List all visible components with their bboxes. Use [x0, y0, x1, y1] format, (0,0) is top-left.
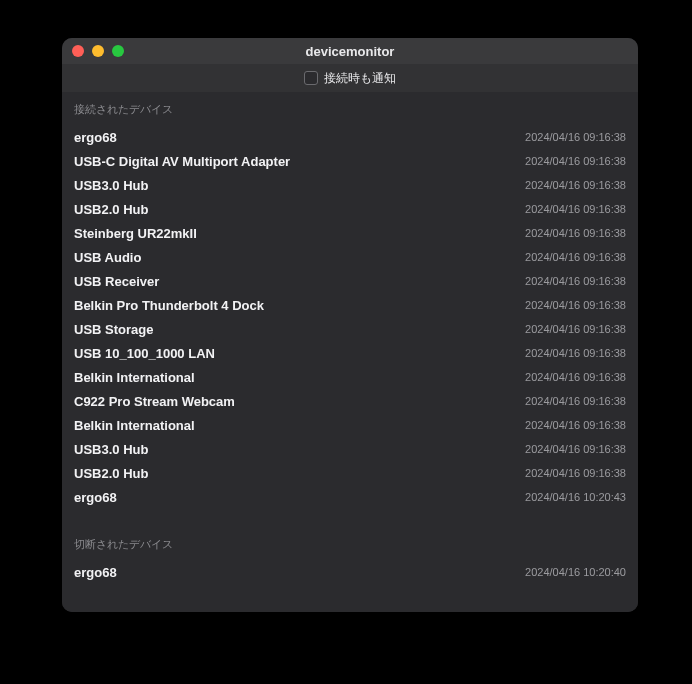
device-row[interactable]: USB2.0 Hub2024/04/16 09:16:38	[62, 197, 638, 221]
device-timestamp: 2024/04/16 09:16:38	[525, 395, 626, 407]
device-row[interactable]: C922 Pro Stream Webcam2024/04/16 09:16:3…	[62, 389, 638, 413]
disconnected-list: ergo682024/04/16 10:20:40	[62, 560, 638, 584]
device-timestamp: 2024/04/16 09:16:38	[525, 467, 626, 479]
device-row[interactable]: USB Receiver2024/04/16 09:16:38	[62, 269, 638, 293]
device-timestamp: 2024/04/16 09:16:38	[525, 227, 626, 239]
notify-on-connect-label: 接続時も通知	[324, 70, 396, 87]
device-timestamp: 2024/04/16 09:16:38	[525, 179, 626, 191]
device-name: USB 10_100_1000 LAN	[74, 346, 223, 361]
device-name: USB2.0 Hub	[74, 466, 156, 481]
device-timestamp: 2024/04/16 10:20:40	[525, 566, 626, 578]
device-timestamp: 2024/04/16 09:16:38	[525, 323, 626, 335]
device-row[interactable]: USB2.0 Hub2024/04/16 09:16:38	[62, 461, 638, 485]
device-timestamp: 2024/04/16 09:16:38	[525, 131, 626, 143]
device-row[interactable]: Belkin International2024/04/16 09:16:38	[62, 413, 638, 437]
device-name: USB-C Digital AV Multiport Adapter	[74, 154, 298, 169]
device-name: USB3.0 Hub	[74, 442, 156, 457]
zoom-button[interactable]	[112, 45, 124, 57]
section-spacer	[62, 509, 638, 527]
device-name: USB3.0 Hub	[74, 178, 156, 193]
close-button[interactable]	[72, 45, 84, 57]
connected-section-header: 接続されたデバイス	[62, 92, 638, 125]
device-timestamp: 2024/04/16 09:16:38	[525, 251, 626, 263]
titlebar: devicemonitor	[62, 38, 638, 64]
disconnected-section-header: 切断されたデバイス	[62, 527, 638, 560]
device-timestamp: 2024/04/16 09:16:38	[525, 419, 626, 431]
device-timestamp: 2024/04/16 10:20:43	[525, 491, 626, 503]
device-name: C922 Pro Stream Webcam	[74, 394, 243, 409]
device-name: ergo68	[74, 565, 125, 580]
device-row[interactable]: ergo682024/04/16 10:20:43	[62, 485, 638, 509]
device-row[interactable]: Steinberg UR22mkII2024/04/16 09:16:38	[62, 221, 638, 245]
content-scroll[interactable]: 接続されたデバイス ergo682024/04/16 09:16:38USB-C…	[62, 92, 638, 612]
device-row[interactable]: Belkin Pro Thunderbolt 4 Dock2024/04/16 …	[62, 293, 638, 317]
device-name: Belkin International	[74, 418, 203, 433]
minimize-button[interactable]	[92, 45, 104, 57]
connected-list: ergo682024/04/16 09:16:38USB-C Digital A…	[62, 125, 638, 509]
device-name: USB2.0 Hub	[74, 202, 156, 217]
device-name: USB Receiver	[74, 274, 167, 289]
device-row[interactable]: USB3.0 Hub2024/04/16 09:16:38	[62, 437, 638, 461]
device-row[interactable]: USB3.0 Hub2024/04/16 09:16:38	[62, 173, 638, 197]
toolbar: 接続時も通知	[62, 64, 638, 92]
device-name: Belkin International	[74, 370, 203, 385]
device-row[interactable]: ergo682024/04/16 09:16:38	[62, 125, 638, 149]
device-name: Steinberg UR22mkII	[74, 226, 205, 241]
device-name: USB Storage	[74, 322, 161, 337]
device-row[interactable]: USB Storage2024/04/16 09:16:38	[62, 317, 638, 341]
device-row[interactable]: USB-C Digital AV Multiport Adapter2024/0…	[62, 149, 638, 173]
device-name: ergo68	[74, 130, 125, 145]
device-timestamp: 2024/04/16 09:16:38	[525, 299, 626, 311]
device-timestamp: 2024/04/16 09:16:38	[525, 275, 626, 287]
device-row[interactable]: ergo682024/04/16 10:20:40	[62, 560, 638, 584]
app-window: devicemonitor 接続時も通知 接続されたデバイス ergo68202…	[62, 38, 638, 612]
device-row[interactable]: USB Audio2024/04/16 09:16:38	[62, 245, 638, 269]
device-name: USB Audio	[74, 250, 149, 265]
window-title: devicemonitor	[62, 44, 638, 59]
device-name: ergo68	[74, 490, 125, 505]
device-row[interactable]: USB 10_100_1000 LAN2024/04/16 09:16:38	[62, 341, 638, 365]
device-timestamp: 2024/04/16 09:16:38	[525, 347, 626, 359]
notify-on-connect-checkbox[interactable]	[304, 71, 318, 85]
device-row[interactable]: Belkin International2024/04/16 09:16:38	[62, 365, 638, 389]
traffic-lights	[62, 45, 124, 57]
device-timestamp: 2024/04/16 09:16:38	[525, 203, 626, 215]
device-name: Belkin Pro Thunderbolt 4 Dock	[74, 298, 272, 313]
device-timestamp: 2024/04/16 09:16:38	[525, 155, 626, 167]
device-timestamp: 2024/04/16 09:16:38	[525, 443, 626, 455]
device-timestamp: 2024/04/16 09:16:38	[525, 371, 626, 383]
